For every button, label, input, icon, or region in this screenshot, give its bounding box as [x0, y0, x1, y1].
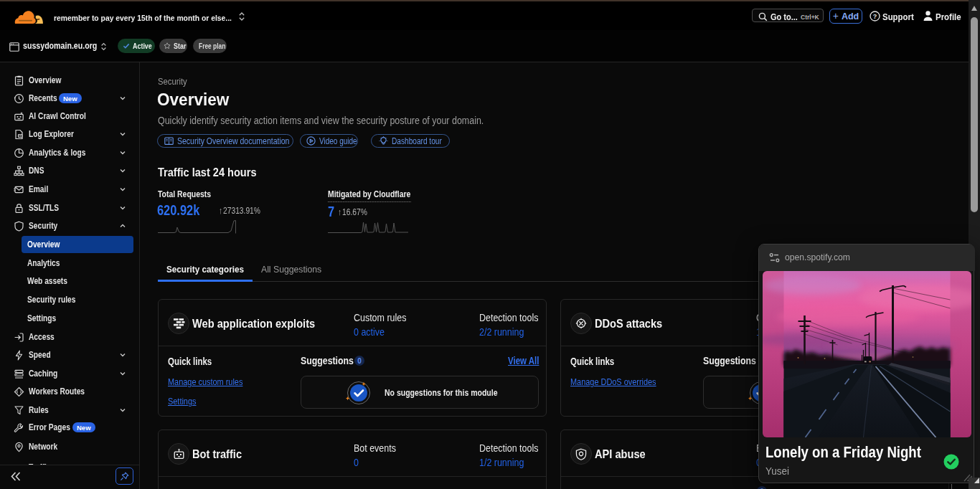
svg-text:?: ?	[873, 13, 877, 20]
svg-text:0: 0	[357, 357, 362, 365]
